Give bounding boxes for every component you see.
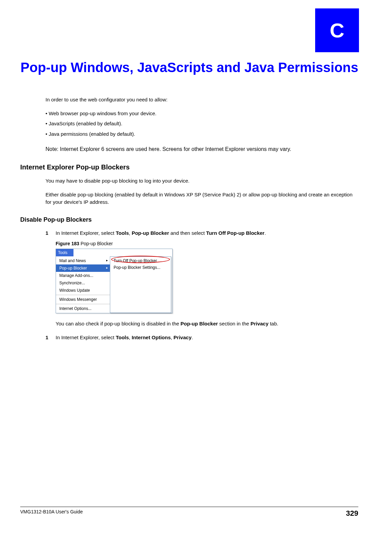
footer-guide: VMG1312-B10A User's Guide <box>20 509 83 518</box>
appendix-label: APPENDIX <box>315 3 359 8</box>
after-figure-text: You can also check if pop-up blocking is… <box>56 320 358 328</box>
bullet-item: Web browser pop-up windows from your dev… <box>46 110 358 118</box>
step2-b2: Internet Options <box>132 335 171 340</box>
after-fig-mid: section in the <box>218 321 250 326</box>
after-fig-b2: Privacy <box>250 321 268 326</box>
menu-item-options: Internet Options... <box>56 304 110 312</box>
intro-text: In order to use the web configurator you… <box>46 96 358 104</box>
section-heading-ie-popup: Internet Explorer Pop-up Blockers <box>20 163 358 171</box>
appendix-letter: C <box>330 19 344 42</box>
step1-mid1: , <box>129 230 131 236</box>
page-footer: VMG1312-B10A User's Guide 329 <box>20 507 358 518</box>
bullet-item: JavaScripts (enabled by default). <box>46 120 358 128</box>
step1-pre: In Internet Explorer, select <box>56 230 116 236</box>
bullet-item: Java permissions (enabled by default). <box>46 130 358 138</box>
appendix-tab: C <box>315 8 359 52</box>
footer-page-number: 329 <box>346 509 358 518</box>
menu-item-addons: Manage Add-ons... <box>56 272 110 279</box>
step2-mid1: , <box>129 335 131 340</box>
step2-b1: Tools <box>116 335 129 340</box>
step2-mid2: , <box>171 335 174 340</box>
menu-item-mail: Mail and News <box>56 257 110 264</box>
step-row: 1 In Internet Explorer, select Tools, In… <box>46 334 358 342</box>
step-row: 1 In Internet Explorer, select Tools, Po… <box>46 229 358 237</box>
step-text: In Internet Explorer, select Tools, Inte… <box>56 334 193 342</box>
chapter-title: Pop-up Windows, JavaScripts and Java Per… <box>20 59 358 76</box>
step1-b1: Tools <box>116 230 129 236</box>
step1-mid2: and then select <box>169 230 206 236</box>
after-fig-pre: You can also check if pop-up blocking is… <box>56 321 181 326</box>
step2-pre: In Internet Explorer, select <box>56 335 116 340</box>
step2-b3: Privacy <box>174 335 191 340</box>
menu-item-sync: Synchronize... <box>56 279 110 287</box>
step2-post: . <box>191 335 193 340</box>
tools-menu-screenshot: Tools Mail and News Pop-up Blocker Manag… <box>56 249 173 313</box>
menu-item-messenger: Windows Messenger <box>56 295 110 303</box>
bullet-list: Web browser pop-up windows from your dev… <box>46 110 358 138</box>
step1-b3: Turn Off Pop-up Blocker <box>206 230 265 236</box>
menu-column: Mail and News Pop-up Blocker Manage Add-… <box>56 256 110 313</box>
step-text: In Internet Explorer, select Tools, Pop-… <box>56 229 266 237</box>
menu-item-update: Windows Update <box>56 287 110 294</box>
figure-title: Pop-up Blocker <box>79 241 113 246</box>
note-text: Note: Internet Explorer 6 screens are us… <box>46 145 358 153</box>
submenu-item-settings: Pop-up Blocker Settings... <box>110 264 171 271</box>
after-fig-post: tab. <box>269 321 278 326</box>
step-number: 1 <box>46 334 56 342</box>
submenu-item-turnoff: Turn Off Pop-up Blocker <box>110 257 171 264</box>
step-number: 1 <box>46 229 56 237</box>
step1-b2: Pop-up Blocker <box>132 230 169 236</box>
figure-caption: Figure 183 Pop-up Blocker <box>56 240 358 247</box>
section1-p1: You may have to disable pop-up blocking … <box>46 177 358 185</box>
section-heading-disable: Disable Pop-up Blockers <box>20 216 358 223</box>
step1-post: . <box>265 230 266 236</box>
submenu: Turn Off Pop-up Blocker Pop-up Blocker S… <box>110 256 171 313</box>
menu-title: Tools <box>56 249 73 256</box>
figure-label: Figure 183 <box>56 241 79 246</box>
section1-p2: Either disable pop-up blocking (enabled … <box>46 191 358 206</box>
menu-item-popup-blocker: Pop-up Blocker <box>56 264 110 272</box>
after-fig-b1: Pop-up Blocker <box>181 321 218 326</box>
